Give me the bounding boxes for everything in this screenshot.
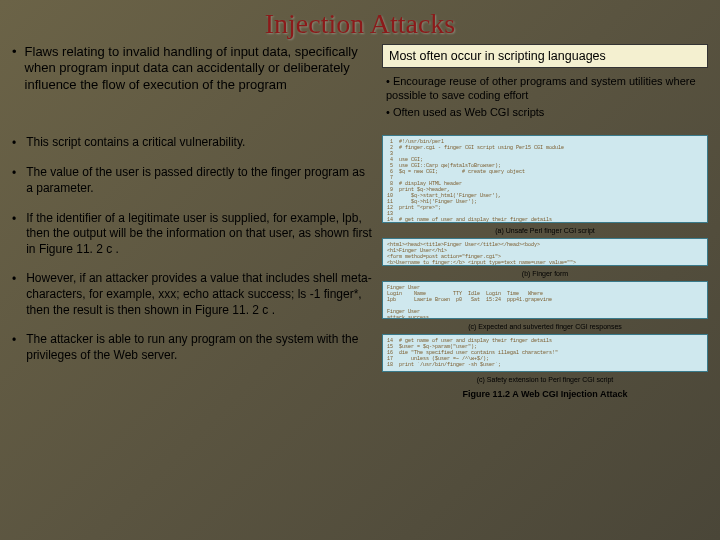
bullet-list: • This script contains a critical vulner…	[12, 135, 372, 399]
caption-a: (a) Unsafe Perl finger CGI script	[382, 227, 708, 234]
bullet-text: The value of the user is passed directly…	[26, 165, 372, 196]
list-item: • If the identifier of a legitimate user…	[12, 211, 372, 258]
bullet-icon: •	[12, 211, 16, 228]
code-box-a: 1 #!/usr/bin/perl 2 # finger.cgi - finge…	[382, 135, 708, 223]
highlight-column: Most often occur in scripting languages …	[382, 44, 708, 123]
bullet-icon: •	[12, 165, 16, 182]
sub-bullet-1: • Encourage reuse of other programs and …	[386, 74, 704, 103]
code-box-c: Finger User Login Name TTY Idle Login Ti…	[382, 281, 708, 319]
list-item: • This script contains a critical vulner…	[12, 135, 372, 152]
slide-title: Injection Attacks	[0, 0, 720, 44]
list-item: • The attacker is able to run any progra…	[12, 332, 372, 363]
bullet-text: However, if an attacker provides a value…	[26, 271, 372, 318]
sub-bullet-2: • Often used as Web CGI scripts	[386, 105, 704, 119]
list-item: • However, if an attacker provides a val…	[12, 271, 372, 318]
intro-text: Flaws relating to invalid handling of in…	[25, 44, 372, 93]
top-row: • Flaws relating to invalid handling of …	[0, 44, 720, 123]
list-item: • The value of the user is passed direct…	[12, 165, 372, 196]
caption-b: (b) Finger form	[382, 270, 708, 277]
caption-c: (c) Expected and subverted finger CGI re…	[382, 323, 708, 330]
figure-title: Figure 11.2 A Web CGI Injection Attack	[382, 389, 708, 399]
bullet-text: This script contains a critical vulnerab…	[26, 135, 245, 151]
bottom-row: • This script contains a critical vulner…	[0, 129, 720, 399]
bullet-text: The attacker is able to run any program …	[26, 332, 372, 363]
bullet-icon: •	[12, 271, 16, 288]
code-box-b: <html><head><title>Finger User</title></…	[382, 238, 708, 266]
code-box-d: 14 # get name of user and display their …	[382, 334, 708, 372]
highlight-box: Most often occur in scripting languages	[382, 44, 708, 68]
sub-bullets: • Encourage reuse of other programs and …	[382, 72, 708, 123]
figure-column: 1 #!/usr/bin/perl 2 # finger.cgi - finge…	[382, 135, 708, 399]
intro-block: • Flaws relating to invalid handling of …	[12, 44, 372, 123]
bullet-text: If the identifier of a legitimate user i…	[26, 211, 372, 258]
bullet-icon: •	[12, 332, 16, 349]
bullet-icon: •	[12, 44, 17, 60]
caption-d: (c) Safety extension to Perl finger CGI …	[382, 376, 708, 383]
bullet-icon: •	[12, 135, 16, 152]
